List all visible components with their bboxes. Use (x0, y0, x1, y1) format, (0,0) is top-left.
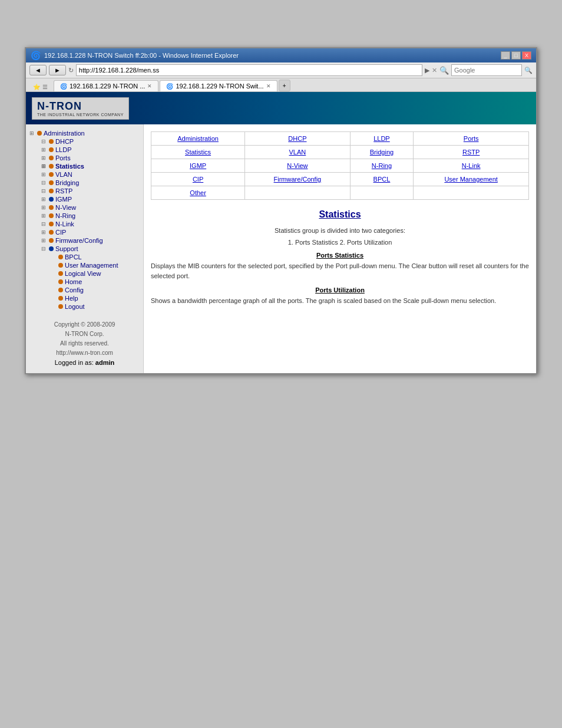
nav-link-ports[interactable]: Ports (464, 135, 479, 142)
nav-link-bpcl[interactable]: BPCL (373, 176, 391, 183)
nav-link-lldp[interactable]: LLDP (373, 135, 390, 142)
sidebar-label-home: Home (65, 278, 82, 285)
refresh-icon: ↻ (68, 67, 74, 74)
nav-link-other[interactable]: Other (190, 189, 206, 196)
bullet-config (58, 288, 63, 292)
sidebar-item-bpcl[interactable]: BPCL (49, 253, 141, 261)
expand-icon-lldp: ⊞ (41, 147, 47, 153)
nav-link-statistics[interactable]: Statistics (185, 149, 211, 156)
sidebar-item-rstp[interactable]: ⊟ RSTP (40, 187, 141, 195)
sidebar-item-support[interactable]: ⊟ Support (40, 245, 141, 253)
company-text: N-TRON Corp. (28, 330, 141, 339)
nav-row-5: Other (151, 186, 529, 200)
bullet-bridging (49, 180, 54, 185)
tab-close-1[interactable]: ✕ (147, 83, 152, 89)
toolbar: ◄ ► ↻ ▶ ✕ 🔍 🔍 (26, 62, 536, 78)
sidebar-item-n-view[interactable]: ⊞ N-View (40, 203, 141, 212)
sidebar-item-user-management[interactable]: User Management (49, 261, 141, 269)
bullet-administration (37, 131, 42, 136)
bullet-igmp (49, 197, 54, 202)
nav-link-igmp[interactable]: IGMP (190, 162, 206, 169)
sidebar-label-statistics: Statistics (55, 163, 84, 170)
forward-button[interactable]: ► (49, 65, 66, 75)
tab-1[interactable]: 🌀 192.168.1.229 N-TRON ... ✕ (54, 80, 158, 91)
expand-icon-vlan: ⊞ (41, 172, 47, 177)
statistics-content: Statistics Statistics group is divided i… (151, 209, 529, 306)
maximize-button[interactable]: □ (511, 51, 521, 60)
bullet-ports (49, 156, 54, 160)
nav-table: Administration DHCP LLDP Ports Statistic… (151, 131, 529, 200)
tab-2[interactable]: 🌀 192.168.1.229 N-TRON Swit... ✕ (160, 80, 277, 91)
bullet-help (58, 296, 63, 301)
bullet-firmware (49, 238, 54, 243)
close-button[interactable]: X (522, 51, 531, 60)
nav-link-user-management[interactable]: User Management (444, 176, 498, 183)
expand-icon-n-ring: ⊞ (41, 213, 47, 219)
nav-link-n-view[interactable]: N-View (287, 162, 308, 169)
browser-window: 🌀 192.168.1.228 N-TRON Switch ff:2b:00 -… (25, 47, 537, 374)
nav-link-vlan[interactable]: VLAN (289, 149, 306, 156)
statistics-title: Statistics (151, 209, 529, 220)
sidebar-label-logout: Logout (65, 303, 85, 310)
expand-icon-n-link: ⊟ (41, 221, 47, 227)
logged-in-label: Logged in as: (55, 359, 94, 366)
copyright-text: Copyright © 2008-2009 (28, 320, 141, 330)
browser-icon: 🌀 (31, 51, 41, 60)
sidebar-item-logical-view[interactable]: Logical View (49, 269, 141, 278)
sidebar-item-firmware-config[interactable]: ⊞ Firmware/Config (40, 236, 141, 245)
search-input[interactable] (451, 64, 522, 76)
tab-icon-2: 🌀 (166, 83, 173, 90)
sidebar-item-n-ring[interactable]: ⊞ N-Ring (40, 212, 141, 220)
tab-label-1: 192.168.1.229 N-TRON ... (70, 83, 145, 90)
sidebar-item-n-link[interactable]: ⊟ N-Link (40, 220, 141, 228)
logo-text: N-TRON (37, 100, 124, 113)
back-button[interactable]: ◄ (29, 65, 47, 75)
bullet-logical (58, 271, 63, 276)
nav-row-1: Administration DHCP LLDP Ports (151, 132, 529, 146)
sidebar-label-help: Help (65, 295, 78, 302)
nav-link-firmware-config[interactable]: Firmware/Config (274, 176, 322, 183)
sidebar-item-statistics[interactable]: ⊞ Statistics (40, 162, 141, 170)
logged-in-text: Logged in as: admin (28, 358, 141, 368)
bookmarks-bar: ⭐☰ (29, 83, 51, 91)
sidebar-item-cip[interactable]: ⊞ CIP (40, 228, 141, 236)
nav-link-n-ring[interactable]: N-Ring (372, 162, 392, 169)
address-bar[interactable] (76, 64, 422, 76)
sidebar-item-bridging[interactable]: ⊟ Bridging (40, 179, 141, 187)
url-text: http://www.n-tron.com (28, 348, 141, 358)
sidebar-item-config[interactable]: Config (49, 286, 141, 294)
window-controls[interactable]: _ □ X (501, 51, 531, 60)
bullet-home (58, 279, 63, 284)
sidebar-label-bpcl: BPCL (65, 253, 82, 261)
nav-link-rstp[interactable]: RSTP (462, 149, 480, 156)
nav-link-dhcp[interactable]: DHCP (288, 135, 306, 142)
sidebar-item-logout[interactable]: Logout (49, 302, 141, 311)
tab-close-2[interactable]: ✕ (266, 83, 271, 89)
sidebar-item-administration[interactable]: ⊞ Administration (28, 129, 141, 137)
nav-row-2: Statistics VLAN Bridging RSTP (151, 146, 529, 159)
search-submit-icon[interactable]: 🔍 (524, 67, 533, 74)
tab-icon-1: 🌀 (60, 83, 67, 90)
nav-link-administration[interactable]: Administration (177, 135, 219, 142)
nav-link-bridging[interactable]: Bridging (370, 149, 394, 156)
sidebar-item-dhcp[interactable]: ⊟ DHCP (40, 137, 141, 146)
logged-in-user: admin (95, 359, 114, 366)
browser-title: 192.168.1.228 N-TRON Switch ff:2b:00 - W… (44, 52, 239, 59)
go-icon: ▶ (425, 67, 429, 74)
nav-link-n-link[interactable]: N-Link (462, 162, 481, 169)
bullet-statistics (49, 164, 54, 169)
sidebar-item-lldp[interactable]: ⊞ LLDP (40, 146, 141, 154)
sidebar-item-igmp[interactable]: ⊞ IGMP (40, 195, 141, 203)
tabs-bar: ⭐☰ 🌀 192.168.1.229 N-TRON ... ✕ 🌀 192.16… (26, 78, 536, 92)
expand-icon-cip: ⊞ (41, 229, 47, 235)
sidebar-item-vlan[interactable]: ⊞ VLAN (40, 170, 141, 179)
sidebar-item-ports[interactable]: ⊞ Ports (40, 154, 141, 162)
sidebar-item-home[interactable]: Home (49, 278, 141, 286)
page-header: N-TRON THE INDUSTRIAL NETWORK COMPANY (26, 92, 536, 124)
sidebar-label-support: Support (55, 245, 78, 252)
nav-link-cip[interactable]: CIP (193, 176, 203, 183)
minimize-button[interactable]: _ (501, 51, 510, 60)
sidebar-item-help[interactable]: Help (49, 294, 141, 302)
new-tab-button[interactable]: + (279, 80, 290, 91)
search-engine-icon: 🔍 (439, 66, 449, 75)
